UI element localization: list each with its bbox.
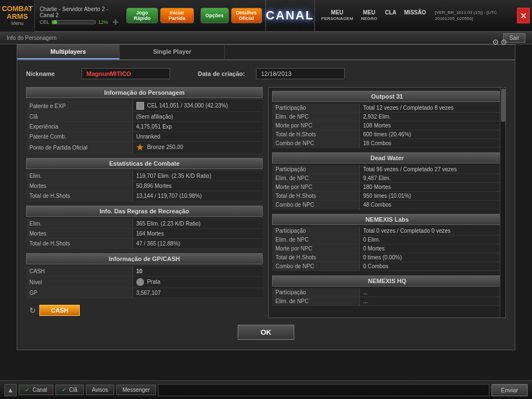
cla-tab[interactable]: ✓ Clã	[55, 385, 84, 395]
cel-plus-icon[interactable]: ➕	[112, 19, 119, 25]
bottom-arrow-icon[interactable]: ▲	[4, 384, 17, 396]
send-button[interactable]: Enviar	[492, 384, 528, 396]
table-row: Elim. 119,707 Elim. (2.35 K/D Ratio)	[26, 171, 263, 181]
map-row-label: Total de H.Shots	[272, 253, 360, 262]
cla-label: Clã	[26, 112, 132, 122]
map-row-value: ...	[360, 297, 502, 306]
table-row: GP 3,567,107	[26, 288, 263, 298]
server-info: Charlie - Servidor Aberto 2 - Canal 2 CE…	[35, 6, 123, 25]
map-row-value: Total 0 vezes / Completado 0 vezes	[360, 227, 502, 236]
table-row: Elim. de NPC9,487 Elim.	[272, 174, 502, 183]
jogo-rapido-button[interactable]: Jogo Rápido	[126, 8, 158, 23]
meu-negro-button[interactable]: MEUNEGRO	[357, 7, 380, 24]
table-row: Patente Comb. Unranked	[26, 132, 263, 142]
table-row: Total de H.Shots 47 / 365 (12.88%)	[26, 239, 263, 249]
avisos-tab[interactable]: Avisos	[86, 385, 114, 395]
gp-label: GP	[26, 288, 132, 298]
map-row-value: 950 times (10.01%)	[360, 192, 502, 201]
table-row: Combo de NPC48 Combos	[272, 201, 502, 209]
messenger-tab[interactable]: Messenger	[116, 385, 156, 395]
tab-multiplayers[interactable]: Multiplayers	[17, 45, 120, 59]
cla-button[interactable]: CLA	[382, 7, 400, 24]
cash-value: 10	[132, 267, 263, 277]
options-group: Opções Detalhes Oficial	[197, 8, 265, 23]
rec-hshots-label: Total de H.Shots	[26, 239, 132, 249]
table-row: Elim. 365 Elim. (2.23 K/D Ratio)	[26, 219, 263, 229]
ok-row: OK	[26, 318, 506, 344]
scrollbar-thumb[interactable]	[501, 89, 505, 122]
main-panel: Multiplayers Single Player Nickname Magn…	[17, 44, 515, 350]
messenger-tab-label: Messenger	[122, 387, 150, 393]
table-row: ParticipaçãoTotal 96 vezes / Completado …	[272, 165, 502, 174]
close-button[interactable]: ✕	[517, 8, 530, 23]
right-column: Outpost 31ParticipaçãoTotal 12 vezes / C…	[268, 87, 506, 318]
patente-label: Patente e EXP	[26, 100, 132, 112]
map-row-value: 0 Mortes	[360, 244, 502, 253]
map-row-label: Total de H.Shots	[272, 130, 360, 139]
meu-personagem-button[interactable]: MEUPERSONAGEM	[318, 7, 357, 24]
char-info-table: Patente e EXP CEL 141,051 / 334,000 (42.…	[26, 100, 263, 154]
maps-scroll[interactable]: Outpost 31ParticipaçãoTotal 12 vezes / C…	[269, 88, 505, 309]
missao-button[interactable]: MISSÃO	[401, 7, 429, 24]
map-row-value: 2,932 Elim.	[360, 112, 502, 121]
quick-play-group: Jogo Rápido Iniciar Partida	[123, 8, 197, 23]
map-section: NEMEXIS HQParticipação...Elim. de NPC...	[272, 275, 502, 306]
bottom-bar: ▲ ✓ Canal ✓ Clã Avisos Messenger Enviar	[0, 380, 532, 399]
mortes-label: Mortes	[26, 181, 132, 191]
iniciar-partida-button[interactable]: Iniciar Partida	[160, 8, 194, 23]
combat-stats-header: Estatísticas de Combate	[26, 158, 263, 169]
subtitle-bar: Info do Personagem ⚙ ⚙ Sair	[0, 32, 532, 44]
map-row-label: Participação	[272, 165, 360, 174]
elim-value: 119,707 Elim. (2.35 K/D Ratio)	[132, 171, 263, 181]
avisos-tab-label: Avisos	[92, 387, 108, 393]
table-row: Ponto de Partida Oficial Bronze 250.00	[26, 142, 263, 154]
map-data-table: ParticipaçãoTotal 96 vezes / Completado …	[272, 165, 502, 209]
table-row: Elim. de NPC2,932 Elim.	[272, 112, 502, 121]
nivel-value: Prata	[132, 277, 263, 288]
negro-sub: NEGRO	[361, 16, 377, 22]
rec-elim-value: 365 Elim. (2.23 K/D Ratio)	[132, 219, 263, 229]
map-name-header: Outpost 31	[272, 91, 502, 102]
nivel-label: Nível	[26, 277, 132, 288]
gear-icon-1[interactable]: ⚙	[492, 38, 499, 47]
ponto-value: Bronze 250.00	[132, 142, 263, 154]
cash-label: CASH	[26, 267, 132, 277]
ok-button[interactable]: OK	[238, 325, 294, 340]
recreacao-table: Elim. 365 Elim. (2.23 K/D Ratio) Mortes …	[26, 219, 263, 249]
map-row-value: 48 Combos	[360, 201, 502, 209]
cash-button[interactable]: CASH	[39, 305, 80, 316]
map-name-header: NEMEXIS HQ	[272, 275, 502, 287]
map-row-value: Total 12 vezes / Completado 8 vezes	[360, 104, 502, 112]
opcoes-button[interactable]: Opções	[201, 8, 229, 23]
char-info-header: Informação do Personagem	[26, 87, 263, 98]
map-row-label: Morte por NPC	[272, 244, 360, 253]
hshots-value: 13,144 / 119,707 (10.98%)	[132, 191, 263, 201]
map-row-label: Combo de NPC	[272, 201, 360, 209]
refresh-icon[interactable]: ↻	[29, 306, 36, 315]
table-row: CASH 10	[26, 267, 263, 277]
detalhes-button[interactable]: Detalhes Oficial	[231, 8, 262, 23]
cla-check-icon: ✓	[62, 387, 66, 393]
top-bar: COMBATARMS Menu Charlie - Servidor Abert…	[0, 0, 532, 32]
canal-tab[interactable]: ✓ Canal	[19, 385, 53, 395]
elim-label: Elim.	[26, 171, 132, 181]
table-row: ParticipaçãoTotal 12 vezes / Completado …	[272, 104, 502, 112]
canal-check-icon: ✓	[25, 387, 29, 393]
map-row-label: Total de H.Shots	[272, 192, 360, 201]
scrollbar-track[interactable]	[500, 88, 505, 318]
rec-hshots-value: 47 / 365 (12.88%)	[132, 239, 263, 249]
cel-percentage: 12%	[98, 19, 108, 25]
tab-single-player[interactable]: Single Player	[120, 45, 225, 59]
rec-mortes-value: 164 Mortes	[132, 229, 263, 239]
cla-tab-label: Clã	[69, 387, 78, 393]
map-data-table: ParticipaçãoTotal 0 vezes / Completado 0…	[272, 227, 502, 271]
chat-input[interactable]	[158, 384, 489, 396]
map-row-value: 0 Elim.	[360, 236, 502, 244]
data-criacao-value: 12/18/2013	[256, 68, 345, 79]
table-row: Elim. de NPC...	[272, 297, 502, 306]
tabs-row: Multiplayers Single Player	[17, 45, 515, 60]
gear-icon-2[interactable]: ⚙	[500, 38, 508, 47]
logo-sub: Menu	[11, 21, 24, 26]
table-row: Morte por NPC180 Mortes	[272, 183, 502, 192]
canal-section[interactable]: CANAL	[265, 0, 315, 32]
